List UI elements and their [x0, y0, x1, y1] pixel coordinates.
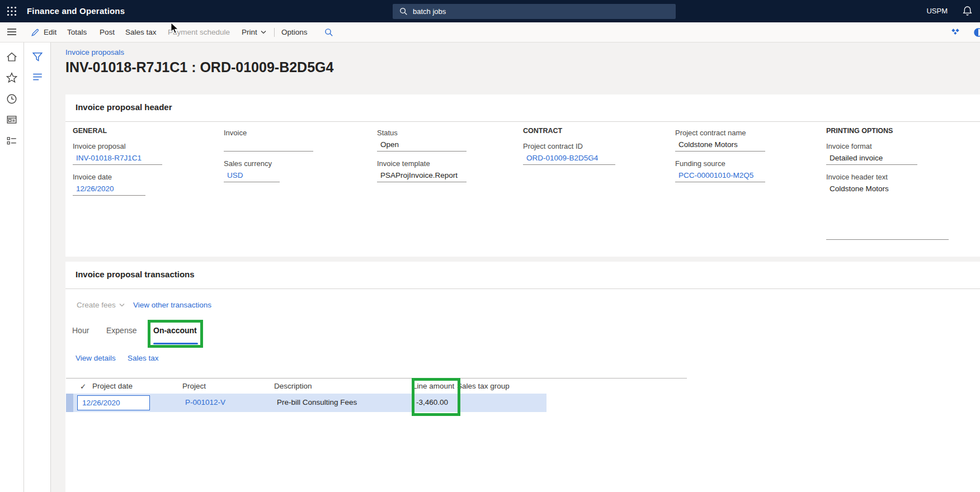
create-fees-button: Create fees — [77, 301, 125, 309]
half-circle-icon[interactable] — [973, 27, 980, 37]
line-amount-cell[interactable]: -3,460.00 — [379, 398, 448, 406]
project-cell-link[interactable]: P-001012-V — [185, 398, 225, 406]
grid-row[interactable]: 12/26/2020 P-001012-V Pre-bill Consultin… — [66, 394, 546, 412]
section-title: Invoice proposal header — [76, 102, 172, 112]
sales-tax-link[interactable]: Sales tax — [128, 354, 159, 362]
invoice-proposal-header-section: Invoice proposal header GENERAL Invoice … — [65, 94, 980, 257]
field-label: Sales currency — [224, 159, 280, 168]
search-icon — [399, 7, 408, 16]
totals-button[interactable]: Totals — [67, 22, 87, 42]
field-sales-currency: Sales currency USD — [224, 159, 280, 182]
field-value[interactable] — [224, 140, 313, 152]
breadcrumb[interactable]: Invoice proposals — [65, 48, 124, 56]
app-launcher-icon[interactable] — [7, 6, 17, 16]
field-group-label: GENERAL — [73, 127, 162, 135]
view-details-link[interactable]: View details — [76, 354, 116, 362]
field-value-link[interactable]: INV-01018-R7J1C1 — [73, 153, 162, 165]
project-date-cell[interactable]: 12/26/2020 — [77, 395, 150, 410]
view-other-transactions-link[interactable]: View other transactions — [133, 301, 211, 309]
field-group-label: CONTRACT — [523, 127, 615, 135]
field-column-printing: PRINTING OPTIONS Invoice format Detailed… — [826, 127, 949, 248]
sidebar-item-workspaces[interactable] — [6, 114, 17, 125]
column-header-description[interactable]: Description — [274, 382, 312, 390]
toolbar-search-button[interactable] — [324, 22, 333, 42]
edit-button[interactable]: Edit — [31, 22, 56, 42]
transactions-grid: ✓ Project date Project Description Line … — [66, 378, 687, 412]
active-tab-indicator — [153, 343, 198, 344]
field-value[interactable]: Coldstone Motors — [826, 184, 949, 240]
options-button[interactable]: Options — [281, 22, 308, 42]
field-group-label: PRINTING OPTIONS — [826, 127, 949, 135]
column-header-sales-tax-group[interactable]: Sales tax group — [457, 382, 510, 390]
field-value[interactable]: Detailed invoice — [826, 153, 917, 165]
bell-icon[interactable] — [963, 6, 972, 16]
field-value-link[interactable]: PCC-00001010-M2Q5 — [675, 171, 765, 182]
tab-expense[interactable]: Expense — [106, 326, 136, 335]
field-value[interactable]: Coldstone Motors — [675, 140, 765, 152]
app-title: Finance and Operations — [27, 6, 125, 16]
section-divider — [65, 121, 980, 122]
field-invoice-format: Invoice format Detailed invoice — [826, 142, 917, 165]
sidebar-item-favorites[interactable] — [6, 72, 17, 83]
clock-icon — [6, 93, 17, 105]
field-project-contract-name: Project contract name Coldstone Motors — [675, 129, 765, 152]
search-input[interactable] — [413, 7, 648, 16]
chevron-down-icon — [119, 303, 125, 307]
field-label: Funding source — [675, 159, 765, 168]
field-invoice-proposal: Invoice proposal INV-01018-R7J1C1 — [73, 142, 162, 165]
grid-header: ✓ Project date Project Description Line … — [66, 379, 687, 394]
row-selector[interactable] — [66, 394, 73, 412]
sidebar-item-recent[interactable] — [6, 93, 17, 105]
field-label: Invoice proposal — [73, 142, 162, 150]
section-title: Invoice proposal transactions — [76, 269, 195, 279]
topbar-search[interactable] — [393, 4, 676, 19]
field-invoice-template: Invoice template PSAProjInvoice.Report — [377, 159, 467, 182]
filter-button[interactable] — [32, 51, 43, 63]
select-all-check-icon[interactable]: ✓ — [80, 382, 86, 391]
field-value-link[interactable]: 12/26/2020 — [73, 184, 145, 196]
hamburger-icon[interactable] — [7, 27, 17, 36]
task-list-button[interactable] — [32, 71, 43, 82]
description-cell[interactable]: Pre-bill Consulting Fees — [277, 398, 357, 406]
column-header-project-date[interactable]: Project date — [92, 382, 133, 390]
app-window: Finance and Operations USPM Edit Totals … — [0, 0, 980, 492]
tab-hour[interactable]: Hour — [72, 326, 89, 335]
field-value-link[interactable]: USD — [224, 171, 280, 182]
field-value[interactable]: Open — [377, 140, 467, 152]
field-label: Invoice format — [826, 142, 917, 150]
section-divider — [65, 288, 980, 289]
field-label: Invoice template — [377, 159, 467, 168]
field-column-general: GENERAL Invoice proposal INV-01018-R7J1C… — [73, 127, 162, 204]
field-invoice-date: Invoice date 12/26/2020 — [73, 173, 145, 196]
column-header-line-amount[interactable]: Line amount — [413, 382, 453, 390]
page-title: INV-01018-R7J1C1 : ORD-01009-B2D5G4 — [65, 59, 333, 75]
field-label: Invoice — [224, 129, 313, 137]
sidebar-item-home[interactable] — [6, 51, 17, 63]
home-icon — [6, 51, 17, 63]
page-content: Invoice proposals INV-01018-R7J1C1 : ORD… — [51, 42, 980, 492]
sales-tax-button[interactable]: Sales tax — [125, 22, 157, 42]
diamond-badge-icon[interactable] — [951, 27, 960, 36]
field-column-2: Invoice Sales currency USD — [224, 127, 313, 190]
field-column-contract: CONTRACT Project contract ID ORD-01009-B… — [523, 127, 615, 173]
invoice-proposal-transactions-section: Invoice proposal transactions Create fee… — [65, 262, 980, 492]
field-label: Invoice header text — [826, 173, 949, 181]
field-invoice-header-text: Invoice header text Coldstone Motors — [826, 173, 949, 240]
field-column-5: Project contract name Coldstone Motors F… — [675, 127, 765, 190]
chevron-down-icon — [261, 30, 266, 34]
sidebar-item-modules[interactable] — [6, 135, 17, 146]
company-picker[interactable]: USPM — [926, 7, 948, 15]
field-label: Invoice date — [73, 173, 145, 181]
field-project-contract-id: Project contract ID ORD-01009-B2D5G4 — [523, 142, 615, 165]
window-icon — [6, 114, 17, 125]
post-button[interactable]: Post — [100, 22, 115, 42]
field-invoice: Invoice — [224, 129, 313, 152]
field-value[interactable]: PSAProjInvoice.Report — [377, 171, 467, 182]
field-value-link[interactable]: ORD-01009-B2D5G4 — [523, 153, 615, 165]
print-button[interactable]: Print — [242, 22, 266, 42]
payment-schedule-button: Payment schedule — [168, 22, 230, 42]
field-status: Status Open — [377, 129, 467, 152]
tab-on-account[interactable]: On-account — [153, 326, 197, 335]
filter-rail — [24, 42, 51, 492]
column-header-project[interactable]: Project — [182, 382, 206, 390]
